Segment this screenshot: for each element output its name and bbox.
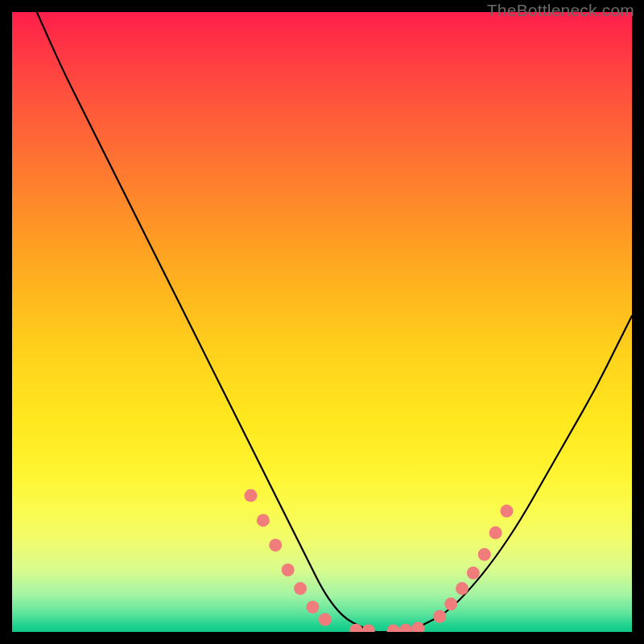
bottleneck-curve bbox=[37, 12, 632, 632]
highlight-dot bbox=[294, 582, 307, 595]
highlight-dot bbox=[269, 539, 282, 551]
highlight-dot bbox=[444, 597, 457, 610]
highlight-dot bbox=[411, 621, 424, 632]
chart-frame: TheBottleneck.com bbox=[0, 0, 644, 644]
highlight-dot bbox=[257, 514, 270, 526]
highlight-dot bbox=[399, 624, 412, 632]
watermark-text: TheBottleneck.com bbox=[487, 1, 634, 20]
highlight-dot bbox=[456, 582, 469, 595]
highlight-dot bbox=[500, 505, 513, 518]
highlight-dot bbox=[244, 489, 257, 502]
highlight-dots bbox=[244, 489, 513, 632]
highlight-dot bbox=[362, 624, 375, 632]
highlight-dot bbox=[306, 601, 319, 613]
chart-svg bbox=[12, 12, 632, 632]
highlight-dot bbox=[319, 613, 332, 626]
highlight-dot bbox=[467, 567, 480, 580]
highlight-dot bbox=[433, 610, 446, 623]
plot-area bbox=[12, 12, 632, 632]
highlight-dot bbox=[387, 624, 400, 632]
highlight-dot bbox=[349, 624, 362, 632]
highlight-dot bbox=[489, 526, 502, 539]
highlight-dot bbox=[478, 548, 491, 561]
highlight-dot bbox=[282, 564, 295, 576]
bottleneck-curve-path bbox=[37, 12, 632, 632]
